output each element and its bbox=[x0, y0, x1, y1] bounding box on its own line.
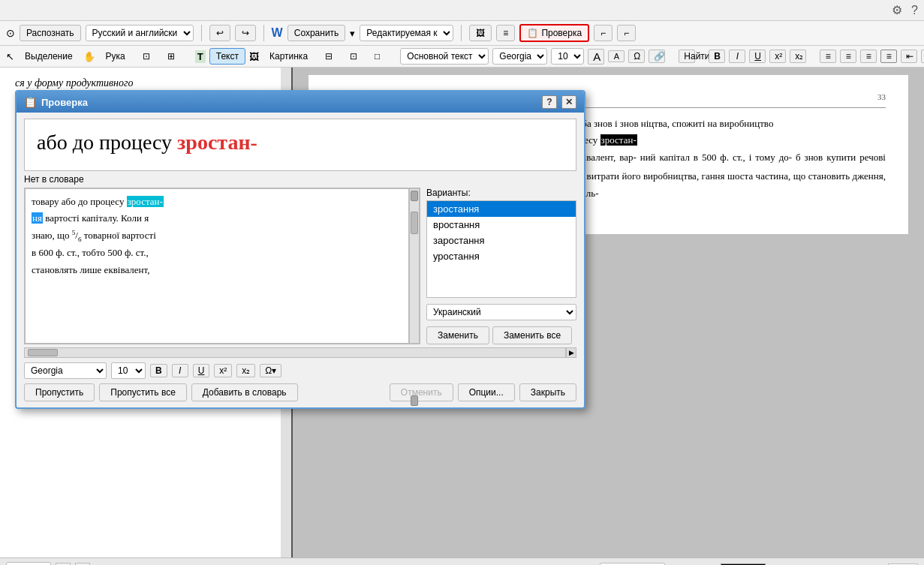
dialog-bold-btn[interactable]: B bbox=[150, 364, 167, 377]
save-dropdown-icon[interactable]: ▾ bbox=[350, 28, 355, 39]
replace-buttons: Заменить Заменить все bbox=[426, 326, 576, 344]
bottom-bar: 200% − + Размер: 10 Эффекты: x² x₂ Аа Вы… bbox=[0, 557, 924, 565]
options-button[interactable]: Опции... bbox=[458, 383, 515, 401]
mode-select[interactable]: Редактируемая к bbox=[360, 25, 453, 41]
spellcheck-button[interactable]: 📋 Проверка bbox=[519, 24, 589, 42]
dialog-body: товару або до процесу зростан- ня вартос… bbox=[24, 188, 576, 344]
sep3 bbox=[461, 25, 462, 41]
font-smaller-button[interactable]: A bbox=[608, 50, 625, 62]
recognize-button[interactable]: Распознать bbox=[20, 25, 81, 41]
zoom-minus-button[interactable]: − bbox=[56, 563, 71, 566]
toolbar-btn2[interactable]: ⌐ bbox=[617, 25, 636, 41]
italic-button[interactable]: I bbox=[729, 50, 745, 63]
body-text-before: товару або до процесу bbox=[32, 196, 127, 207]
align-right-button[interactable]: ≡ bbox=[860, 50, 877, 63]
dialog-font-select[interactable]: Georgia bbox=[24, 362, 107, 379]
link-button[interactable]: 🔗 bbox=[649, 50, 665, 63]
image-mode-button[interactable]: Картинка bbox=[263, 48, 315, 65]
select-button[interactable]: Выделение bbox=[18, 48, 80, 65]
align-left-button[interactable]: ≡ bbox=[820, 50, 836, 63]
font-select[interactable]: Georgia bbox=[492, 48, 547, 65]
dialog-italic-btn[interactable]: I bbox=[172, 364, 188, 377]
cancel-button[interactable]: Отменить bbox=[390, 383, 453, 401]
dialog-preview: або до процесу зростан- bbox=[24, 119, 576, 171]
font-size-select[interactable]: 10 bbox=[551, 48, 584, 65]
frame-select2-button[interactable]: ⊞ bbox=[161, 48, 182, 65]
layout-button[interactable]: ≡ bbox=[496, 25, 515, 41]
dialog-size-select[interactable]: 10 bbox=[111, 362, 146, 379]
undo-button[interactable]: ↩ bbox=[209, 25, 230, 41]
dialog-title-right: ? ✕ bbox=[542, 95, 576, 109]
hand-button[interactable]: Рука bbox=[99, 48, 132, 65]
indent-inc-button[interactable]: ⇥ bbox=[921, 50, 924, 63]
dialog-super-btn[interactable]: x² bbox=[214, 364, 232, 377]
dialog-variants: Варианты: зростання вростання заростання… bbox=[426, 188, 576, 344]
dialog-omega-btn[interactable]: Ω▾ bbox=[260, 364, 281, 377]
hscrollbar[interactable] bbox=[24, 347, 566, 358]
dialog-sub-btn[interactable]: x₂ bbox=[236, 364, 255, 377]
skip-button[interactable]: Пропустить bbox=[24, 383, 95, 401]
help-icon[interactable]: ? bbox=[911, 4, 918, 17]
select-icon: ↖ bbox=[6, 51, 14, 62]
properties-bar: Размер: 10 Эффекты: x² x₂ Аа Выравнивани… bbox=[406, 563, 918, 566]
image-mode-icon: 🖼 bbox=[249, 51, 259, 62]
frame-button[interactable]: □ bbox=[368, 48, 387, 65]
redo-button[interactable]: ↪ bbox=[235, 25, 256, 41]
hscroll-right-btn[interactable]: ▶ bbox=[566, 347, 576, 358]
toolbar-row2: ↖ Выделение ✋ Рука ⊡ ⊞ T Текст 🖼 Картинк… bbox=[0, 46, 924, 68]
variants-list[interactable]: зростання вростання заростання уростання bbox=[426, 200, 576, 298]
frame-select1-button[interactable]: ⊡ bbox=[136, 48, 157, 65]
save-button[interactable]: Сохранить bbox=[287, 25, 346, 41]
settings-icon[interactable]: ⚙ bbox=[892, 3, 902, 17]
text-button[interactable]: Текст bbox=[209, 48, 245, 65]
language-select-dialog[interactable]: Украинский bbox=[426, 304, 576, 320]
variant-item-2[interactable]: заростання bbox=[427, 233, 576, 248]
sep2 bbox=[263, 25, 264, 41]
omega-button[interactable]: Ω bbox=[628, 50, 645, 63]
align-select[interactable]: По ширине bbox=[600, 563, 665, 566]
toolbar-btn1[interactable]: ⌐ bbox=[594, 25, 612, 41]
hscroll-row: ▶ bbox=[24, 347, 576, 358]
recognize-icon: ⊙ bbox=[6, 27, 15, 39]
dialog-icon: 📋 bbox=[24, 96, 37, 108]
dialog-underline-btn[interactable]: U bbox=[193, 364, 210, 377]
bold-button[interactable]: B bbox=[709, 50, 725, 63]
add-dict-button[interactable]: Добавить в словарь bbox=[191, 383, 298, 401]
hand-icon: ✋ bbox=[83, 51, 95, 62]
variant-item-0[interactable]: зростання bbox=[427, 201, 576, 217]
dialog-font-row: Georgia 10 B I U x² x₂ Ω▾ bbox=[24, 362, 576, 379]
table-button[interactable]: ⊟ bbox=[318, 48, 339, 65]
align-center-button[interactable]: ≡ bbox=[840, 50, 856, 63]
spellcheck-icon: 📋 bbox=[527, 28, 538, 38]
font-larger-button[interactable]: A bbox=[588, 49, 604, 65]
dialog-title-left: 📋 Проверка bbox=[24, 96, 88, 108]
language-select[interactable]: Русский и английски bbox=[86, 25, 194, 41]
style-select[interactable]: Основной текст bbox=[400, 48, 489, 65]
dialog-text-area[interactable]: товару або до процесу зростан- ня вартос… bbox=[25, 188, 409, 344]
indent-dec-button[interactable]: ⇤ bbox=[901, 50, 917, 63]
underline-button[interactable]: U bbox=[749, 50, 766, 63]
preview-text-before: або до процесу bbox=[37, 131, 177, 154]
dialog-help-button[interactable]: ? bbox=[542, 95, 557, 109]
skip-all-button[interactable]: Пропустить все bbox=[99, 383, 187, 401]
sub-button[interactable]: x₂ bbox=[790, 50, 806, 63]
super-button[interactable]: x² bbox=[769, 50, 786, 63]
spell-dialog: 📋 Проверка ? ✕ або до процесу зростан- Н… bbox=[15, 90, 585, 409]
table2-button[interactable]: ⊡ bbox=[343, 48, 364, 65]
dialog-close-button[interactable]: ✕ bbox=[561, 95, 576, 109]
align-justify-button[interactable]: ≡ bbox=[880, 50, 897, 63]
main-area: ся у форму продуктивного б у виробництва… bbox=[0, 68, 924, 557]
variant-item-1[interactable]: вростання bbox=[427, 217, 576, 233]
variant-item-3[interactable]: уростання bbox=[427, 248, 576, 264]
zoom-select[interactable]: 200% bbox=[6, 562, 51, 566]
image-view-button[interactable]: 🖼 bbox=[469, 25, 492, 41]
page-number: 33 bbox=[877, 90, 886, 104]
zoom-plus-button[interactable]: + bbox=[75, 563, 90, 566]
find-button[interactable]: Найти bbox=[679, 50, 695, 63]
replace-button[interactable]: Заменить bbox=[426, 326, 489, 344]
text-scrollbar[interactable] bbox=[409, 188, 420, 344]
close-dialog-button[interactable]: Закрыть bbox=[519, 383, 576, 401]
title-bar: ⚙ ? bbox=[0, 0, 924, 21]
sep1 bbox=[201, 25, 202, 41]
replace-all-button[interactable]: Заменить все bbox=[492, 326, 572, 344]
